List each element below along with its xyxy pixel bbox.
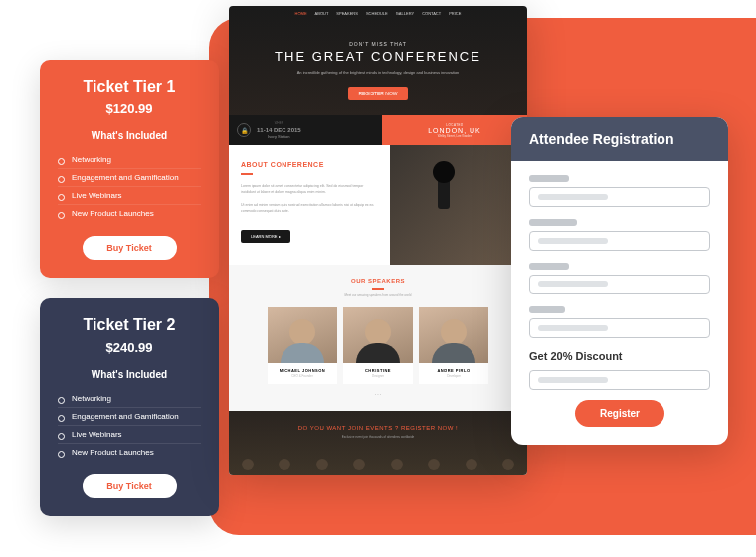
buy-ticket-button[interactable]: Buy Ticket (83, 474, 177, 498)
buy-ticket-button[interactable]: Buy Ticket (83, 236, 177, 260)
included-label: What's Included (58, 130, 201, 141)
form-field (529, 306, 710, 338)
carousel-dots[interactable]: • • • (241, 392, 515, 397)
event-date: WHEN11-14 DEC 2015Ivory Station (257, 120, 301, 140)
field-label (529, 263, 569, 270)
hero-subtitle: An incredible gathering of the brightest… (288, 70, 468, 76)
speaker-card[interactable]: CHRISTINEDesigner (343, 307, 413, 384)
main-nav: HOME ABOUT SPEAKERS SCHEDULE GALLERY CON… (229, 6, 527, 21)
ticket-features: Networking Engagement and Gamification L… (58, 151, 201, 222)
speaker-card[interactable]: ANDRE PIRLODeveloper (419, 307, 488, 384)
included-label: What's Included (58, 369, 201, 380)
about-section: ABOUT CONFERENCE Lorem ipsum dolor sit a… (229, 145, 527, 265)
about-title: ABOUT CONFERENCE (241, 161, 378, 168)
speakers-title: OUR SPEAKERS (241, 278, 515, 284)
ticket-tier-2-card: Ticket Tier 2 $240.99 What's Included Ne… (40, 298, 219, 516)
ticket-features: Networking Engagement and Gamification L… (58, 390, 201, 461)
nav-gallery[interactable]: GALLERY (396, 11, 414, 16)
register-button[interactable]: Register (575, 400, 664, 427)
calendar-icon: 🔒 (237, 123, 251, 137)
hero-title: THE GREAT CONFERENCE (229, 49, 527, 64)
field-label (529, 306, 565, 313)
field-label (529, 219, 577, 226)
form-field (529, 175, 710, 207)
microphone-icon (438, 169, 450, 209)
text-input[interactable] (529, 231, 710, 251)
ticket-title: Ticket Tier 1 (58, 78, 201, 95)
nav-schedule[interactable]: SCHEDULE (366, 11, 388, 16)
hero-tagline: DON'T MISS THAT (229, 41, 527, 47)
text-input[interactable] (529, 318, 710, 338)
ticket-title: Ticket Tier 2 (58, 316, 201, 334)
location-block: LOCATED LONDON, UK Welby Street, Lee Gar… (382, 115, 527, 145)
ticket-tier-1-card: Ticket Tier 1 $120.99 What's Included Ne… (40, 60, 219, 278)
list-item: New Product Launches (58, 205, 201, 222)
hero-register-button[interactable]: REGISTER NOW (348, 87, 407, 100)
about-image (390, 145, 527, 265)
cta-subtitle: Exclusive event join thousands of attend… (229, 435, 527, 439)
registration-card: Attendee Registration Get 20% Discount R… (511, 117, 728, 445)
date-block: 🔒 WHEN11-14 DEC 2015Ivory Station (229, 115, 382, 145)
list-item: New Product Launches (58, 444, 201, 461)
cta-title: DO YOU WANT JOIN EVENTS ? REGISTER NOW ! (229, 425, 527, 431)
list-item: Live Webinars (58, 426, 201, 444)
website-preview: HOME ABOUT SPEAKERS SCHEDULE GALLERY CON… (229, 6, 527, 475)
text-input[interactable] (529, 275, 710, 294)
nav-home[interactable]: HOME (295, 11, 307, 16)
field-label (529, 175, 569, 182)
location-address: Welby Street, Lee Garden (438, 134, 472, 138)
speakers-subtitle: Meet our amazing speakers from around th… (241, 293, 515, 297)
list-item: Networking (58, 151, 201, 169)
nav-about[interactable]: ABOUT (315, 11, 329, 16)
discount-input[interactable] (529, 370, 710, 390)
about-text: Lorem ipsum dolor sit amet, consectetur … (241, 183, 378, 196)
ticket-price: $240.99 (58, 340, 201, 355)
list-item: Engagement and Gamification (58, 408, 201, 426)
speaker-card[interactable]: MICHAEL JOHNSONCEO & Founder (268, 307, 337, 384)
list-item: Networking (58, 390, 201, 408)
learn-more-button[interactable]: LEARN MORE ▸ (241, 230, 290, 243)
registration-title: Attendee Registration (511, 117, 728, 161)
location-city: LONDON, UK (428, 127, 481, 134)
nav-contact[interactable]: CONTACT (422, 11, 441, 16)
list-item: Live Webinars (58, 187, 201, 205)
list-item: Engagement and Gamification (58, 169, 201, 187)
about-text: Ut enim ad minim veniam quis nostrud exe… (241, 202, 378, 215)
ticket-price: $120.99 (58, 101, 201, 116)
text-input[interactable] (529, 187, 710, 207)
hero-section: HOME ABOUT SPEAKERS SCHEDULE GALLERY CON… (229, 6, 527, 145)
speakers-section: OUR SPEAKERS Meet our amazing speakers f… (229, 265, 527, 411)
form-field (529, 263, 710, 294)
form-field (529, 219, 710, 251)
location-tag: LOCATED (446, 123, 463, 127)
nav-price[interactable]: PRICE (449, 11, 461, 16)
nav-speakers[interactable]: SPEAKERS (336, 11, 358, 16)
cta-section: DO YOU WANT JOIN EVENTS ? REGISTER NOW !… (229, 411, 527, 475)
discount-label: Get 20% Discount (529, 350, 710, 362)
